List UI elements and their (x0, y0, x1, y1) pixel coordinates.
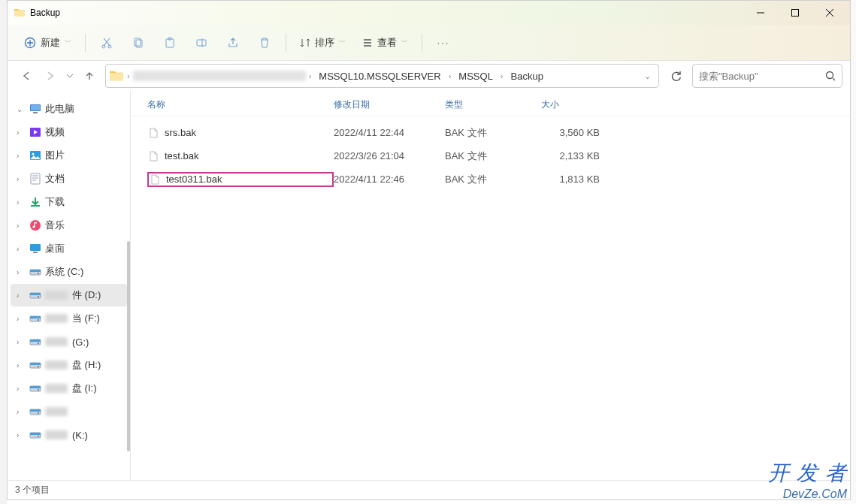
column-headers[interactable]: 名称 修改日期 类型 大小 (131, 91, 850, 116)
svg-rect-19 (30, 244, 41, 251)
expand-icon[interactable]: › (17, 152, 26, 160)
expand-icon[interactable]: › (17, 361, 26, 370)
close-button[interactable] (812, 2, 847, 24)
col-modified[interactable]: 修改日期 (334, 98, 445, 111)
drive-icon (29, 288, 42, 302)
minimize-button[interactable] (743, 2, 778, 24)
expand-icon[interactable]: › (17, 291, 26, 300)
file-modified: 2022/4/11 22:46 (334, 174, 445, 185)
chevron-down-icon[interactable]: ⌄ (643, 71, 652, 81)
tree-item[interactable]: › 件 (D:) (11, 284, 127, 306)
breadcrumb[interactable]: MSSQL10.MSSQLSERVER (314, 65, 445, 86)
chevron-right-icon[interactable]: › (307, 71, 313, 80)
chevron-right-icon[interactable]: › (126, 71, 132, 80)
tree-item[interactable]: › 下载 (11, 191, 127, 213)
paste-button[interactable] (155, 30, 185, 56)
tree-item[interactable]: › 音乐 (11, 214, 127, 237)
drive-icon (29, 382, 42, 395)
svg-rect-12 (33, 112, 38, 113)
expand-icon[interactable]: › (17, 385, 26, 393)
sort-button[interactable]: 排序 ﹀ (292, 30, 353, 56)
tree-item[interactable]: › 系统 (C:) (11, 261, 127, 283)
expand-icon[interactable]: › (17, 338, 26, 346)
drive-icon (29, 358, 42, 372)
tree-label: 视频 (45, 125, 65, 139)
more-button[interactable]: ··· (428, 30, 458, 56)
file-row[interactable]: test0311.bak 2022/4/11 22:46 BAK 文件 1,81… (131, 167, 850, 191)
file-name: test.bak (165, 150, 199, 161)
svg-rect-16 (31, 174, 40, 184)
expand-icon[interactable]: › (17, 315, 26, 323)
scrollbar-thumb[interactable] (127, 241, 130, 451)
expand-icon[interactable]: › (17, 198, 26, 207)
tree-item[interactable]: › 桌面 (11, 237, 127, 260)
tree-label: 当 (F:) (72, 312, 100, 325)
search-icon[interactable] (825, 71, 836, 81)
forward-button[interactable] (39, 65, 62, 87)
doc-icon (29, 172, 42, 186)
tree-item[interactable]: › (K:) (11, 424, 127, 446)
tree-item[interactable]: › 文档 (11, 167, 127, 190)
chevron-right-icon[interactable]: › (447, 71, 453, 80)
recent-button[interactable] (63, 65, 77, 87)
tree-label: (G:) (72, 337, 89, 348)
chevron-right-icon[interactable]: › (499, 71, 505, 80)
svg-point-23 (38, 273, 39, 274)
up-button[interactable] (78, 65, 101, 87)
expand-icon[interactable]: › (17, 431, 26, 439)
search-box[interactable] (692, 64, 842, 88)
chevron-down-icon: ﹀ (339, 38, 346, 47)
cut-button[interactable] (92, 30, 122, 56)
tree-item[interactable]: › 盘 (I:) (11, 377, 127, 400)
tree-item[interactable]: › 视频 (11, 121, 127, 143)
breadcrumb[interactable]: MSSQL (454, 65, 498, 86)
expand-icon[interactable]: › (17, 245, 26, 253)
col-type[interactable]: 类型 (445, 98, 541, 111)
tree-item[interactable]: › 图片 (11, 144, 127, 167)
file-row[interactable]: test.bak 2022/3/26 21:04 BAK 文件 2,133 KB (131, 144, 850, 167)
title-bar[interactable]: Backup (8, 1, 850, 25)
delete-button[interactable] (250, 30, 280, 56)
expand-icon[interactable]: › (17, 408, 26, 416)
expand-icon[interactable]: › (17, 268, 26, 276)
tree-label: 图片 (45, 149, 65, 162)
copy-button[interactable] (123, 30, 153, 56)
address-bar[interactable]: › › MSSQL10.MSSQLSERVER › MSSQL › Backup… (105, 64, 659, 88)
blurred-label (45, 337, 68, 346)
file-name-cell: test0311.bak (147, 172, 334, 187)
view-button[interactable]: 查看 ﹀ (355, 30, 416, 56)
search-input[interactable] (699, 71, 825, 82)
breadcrumb[interactable]: Backup (507, 65, 548, 86)
tree-item[interactable]: ⌄ 此电脑 (11, 98, 127, 120)
tree-item[interactable]: › 盘 (H:) (11, 354, 127, 376)
col-size[interactable]: 大小 (541, 98, 609, 111)
col-name[interactable]: 名称 (147, 98, 334, 111)
folder-icon (14, 7, 26, 19)
separator (286, 34, 286, 52)
expand-icon[interactable]: › (17, 128, 26, 137)
svg-rect-0 (792, 10, 799, 17)
desk-icon (29, 242, 42, 255)
refresh-button[interactable] (664, 65, 688, 87)
nav-pane[interactable]: ⌄ 此电脑› 视频› 图片› 文档› 下载› 音乐› 桌面› 系统 (C:)› … (8, 91, 131, 480)
tree-item[interactable]: › (11, 400, 127, 423)
tree-item[interactable]: › 当 (F:) (11, 307, 127, 330)
file-row[interactable]: srs.bak 2022/4/11 22:44 BAK 文件 3,560 KB (131, 121, 850, 144)
share-button[interactable] (218, 30, 248, 56)
back-button[interactable] (15, 65, 38, 87)
rename-button[interactable] (186, 30, 216, 56)
file-modified: 2022/4/11 22:44 (334, 127, 445, 138)
blurred-path-segment[interactable] (133, 71, 306, 81)
expand-icon[interactable]: › (17, 222, 26, 230)
file-icon (147, 127, 159, 139)
expand-icon[interactable]: ⌄ (17, 105, 26, 113)
expand-icon[interactable]: › (17, 175, 26, 183)
pic-icon (29, 149, 42, 162)
tree-item[interactable]: › (G:) (11, 330, 127, 353)
maximize-button[interactable] (778, 2, 812, 24)
new-label: 新建 (41, 36, 60, 50)
file-name-cell: srs.bak (147, 127, 334, 139)
tree-label: 盘 (H:) (72, 358, 101, 372)
new-button[interactable]: 新建 ﹀ (17, 30, 79, 56)
file-name: test0311.bak (166, 174, 222, 185)
